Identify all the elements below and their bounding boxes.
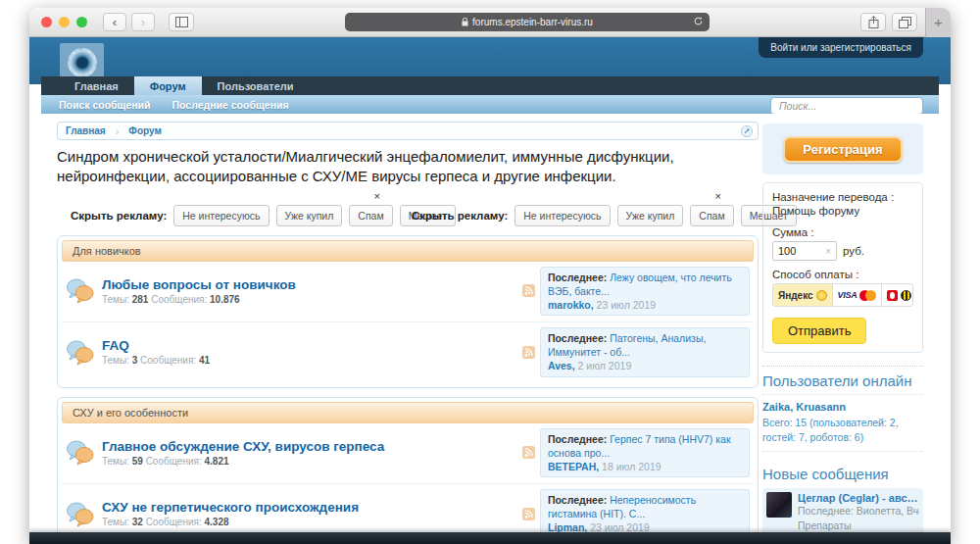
payment-methods: Яндекс VISA TELE2: [772, 283, 913, 307]
clear-icon[interactable]: ×: [825, 246, 831, 257]
ad-spam-button[interactable]: Спам: [349, 205, 392, 226]
last-post-box: Последнее: Патогены, Анализы, Иммунитет …: [540, 327, 750, 377]
subnav-recent-messages[interactable]: Последние сообщения: [172, 99, 289, 111]
tab-users[interactable]: Пользователи: [202, 76, 310, 95]
forward-button[interactable]: ›: [131, 13, 155, 31]
toolbar-right: +: [860, 13, 943, 31]
ad-not-interested-button[interactable]: Не интересуюсь: [173, 205, 269, 226]
online-users-total: Всего: 15 (пользователей: 2, гостей: 7, …: [762, 416, 923, 452]
breadcrumb-forum[interactable]: Форум: [128, 125, 161, 136]
close-icon[interactable]: ×: [374, 190, 380, 202]
share-icon: [868, 16, 879, 28]
last-post-date: 23 июл 2019: [597, 299, 657, 311]
rss-icon[interactable]: [522, 446, 535, 459]
payment-method-label: Способ оплаты :: [772, 269, 913, 280]
visa-icon: VISA: [838, 290, 858, 300]
amount-input[interactable]: [778, 245, 817, 257]
ad-block: × Скрыть рекламу: Не интересуюсь Уже куп…: [412, 192, 725, 226]
forum-title-link[interactable]: Любые вопросы от новичков: [102, 277, 522, 292]
forum-bubbles-icon: [66, 439, 95, 466]
forum-bubbles-icon: [66, 339, 95, 366]
online-users-heading[interactable]: Пользователи онлайн: [762, 372, 923, 389]
zoom-window-button[interactable]: [76, 17, 87, 27]
rss-icon[interactable]: [522, 508, 535, 520]
minimize-window-button[interactable]: [59, 17, 70, 27]
last-post-user[interactable]: Aves,: [548, 360, 575, 371]
breadcrumb: Главная › Форум ➚: [57, 122, 759, 140]
ad-spam-button[interactable]: Спам: [690, 205, 733, 226]
show-tabs-button[interactable]: [892, 13, 917, 31]
tabs-icon: [899, 17, 911, 28]
tab-forum[interactable]: Форум: [134, 76, 202, 95]
rss-icon[interactable]: [522, 346, 535, 359]
online-users-list[interactable]: Zaika, Kruasann: [762, 401, 923, 413]
forum-row: Главное обсуждение СХУ, вирусов герпеса …: [62, 423, 754, 485]
forum-title-link[interactable]: Главное обсуждение СХУ, вирусов герпеса: [102, 439, 522, 454]
back-button[interactable]: ‹: [103, 13, 126, 31]
sidebar-icon: [175, 17, 188, 27]
mastercard-icon: [859, 290, 876, 301]
tab-home[interactable]: Главная: [59, 76, 134, 95]
yandex-money-coin-icon: [816, 290, 827, 301]
new-tab-button[interactable]: +: [925, 8, 951, 37]
category-header[interactable]: Для новичков: [62, 240, 754, 262]
lock-icon: [462, 18, 468, 26]
ad-already-bought-button[interactable]: Уже купил: [617, 205, 684, 226]
refresh-icon[interactable]: [693, 16, 704, 26]
register-panel: Регистрация: [762, 124, 923, 174]
forum-bubbles-icon: [66, 501, 95, 527]
forum-title-link[interactable]: СХУ не герпетического происхождения: [102, 500, 522, 515]
forum-stats: Темы: 281 Сообщения: 10.876: [102, 294, 522, 305]
login-button[interactable]: Войти или зарегистрироваться: [759, 37, 923, 58]
amount-field[interactable]: ×: [772, 241, 837, 261]
page-title: Синдром хронической усталости/Миалгическ…: [57, 147, 743, 186]
share-button[interactable]: [860, 13, 886, 31]
forum-title-link[interactable]: FAQ: [102, 338, 522, 353]
sidebar-toggle-button[interactable]: [169, 13, 194, 31]
hide-ad-label: Скрыть рекламу:: [71, 210, 167, 222]
category-header[interactable]: СХУ и его особенности: [62, 402, 754, 423]
sidebar: Регистрация Назначение перевода : Помощь…: [762, 122, 923, 544]
payment-option-yandex[interactable]: Яндекс: [773, 284, 833, 306]
ad-block: × Скрыть рекламу: Не интересуюсь Уже куп…: [71, 192, 384, 226]
avatar[interactable]: [766, 492, 792, 518]
message-title-link[interactable]: Цеглар (Ceglar) - австрийский валга...: [798, 492, 919, 504]
close-window-button[interactable]: [41, 17, 52, 27]
page-content: Главная › Форум ➚ Синдром хронической ус…: [29, 114, 951, 544]
forum-stats: Темы: 3 Сообщения: 41: [102, 355, 522, 366]
breadcrumb-expand-icon[interactable]: ➚: [741, 125, 753, 137]
forum-bubbles-icon: [66, 277, 95, 304]
close-icon[interactable]: ×: [715, 190, 721, 202]
register-button[interactable]: Регистрация: [783, 136, 902, 163]
page-footer: [29, 532, 951, 544]
address-bar[interactable]: forums.epstein-barr-virus.ru: [345, 13, 710, 31]
last-post-user[interactable]: marokko,: [548, 299, 594, 311]
forum-category-box: Для новичков Любые вопросы от новичков Т…: [57, 235, 759, 388]
search-input[interactable]: [770, 97, 923, 115]
purpose-value: Помощь форуму: [772, 205, 913, 217]
breadcrumb-home[interactable]: Главная: [66, 125, 106, 136]
message-forum[interactable]: Препараты: [798, 519, 919, 532]
subnav-search-messages[interactable]: Поиск сообщений: [59, 99, 151, 111]
new-messages-heading[interactable]: Новые сообщения: [762, 466, 923, 482]
send-button[interactable]: Отправить: [772, 318, 866, 344]
virus-logo-icon: [68, 48, 97, 77]
payment-option-mobile[interactable]: TELE2: [882, 284, 913, 306]
forum-stats: Темы: 32 Сообщения: 4.328: [102, 517, 522, 527]
ad-not-interested-button[interactable]: Не интересуюсь: [514, 205, 610, 226]
last-post-date: 2 июл 2019: [578, 360, 632, 371]
traffic-lights: [41, 17, 87, 27]
payment-option-cards[interactable]: VISA: [833, 284, 883, 306]
last-post-date: 18 июл 2019: [602, 461, 662, 472]
online-users-block: Пользователи онлайн Zaika, Kruasann Всег…: [762, 366, 923, 452]
ad-already-bought-button[interactable]: Уже купил: [276, 205, 343, 226]
ads-row: × Скрыть рекламу: Не интересуюсь Уже куп…: [71, 192, 759, 226]
rss-icon[interactable]: [522, 284, 535, 297]
currency-label: руб.: [843, 245, 864, 257]
browser-window: ‹ › forums.epstein-barr-virus.ru: [29, 8, 951, 544]
last-post-user[interactable]: ВЕТЕРАН,: [548, 461, 599, 472]
purpose-label: Назначение перевода :: [772, 191, 913, 203]
list-item: Цеглар (Ceglar) - австрийский валга... П…: [762, 488, 923, 535]
hide-ad-label: Скрыть рекламу:: [412, 210, 508, 222]
forum-category-box: СХУ и его особенности Главное обсуждение…: [57, 397, 759, 544]
